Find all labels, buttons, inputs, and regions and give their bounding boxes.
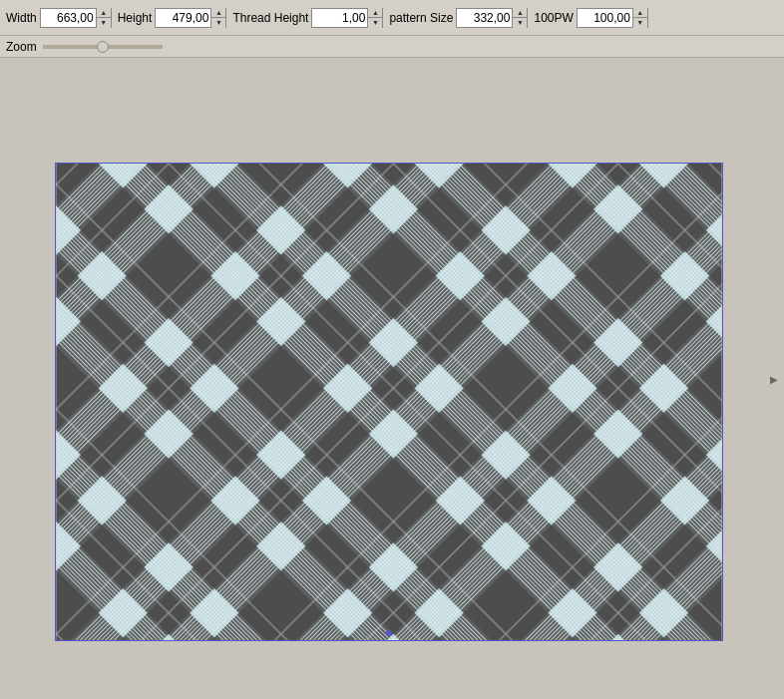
height-input[interactable] (156, 9, 210, 27)
height-down-button[interactable]: ▼ (211, 18, 225, 28)
pattern-container (55, 163, 723, 641)
toolbar: Width ▲ ▼ Height ▲ ▼ Thread Height ▲ ▼ (0, 0, 784, 36)
zoom-slider[interactable] (43, 45, 163, 49)
pattern-size-up-button[interactable]: ▲ (513, 8, 527, 18)
pattern-canvas (56, 164, 722, 640)
width-input[interactable] (41, 9, 96, 27)
width-field-group: Width ▲ ▼ (6, 8, 112, 28)
pattern-size-spinner[interactable]: ▲ ▼ (456, 8, 528, 28)
width-label: Width (6, 11, 37, 25)
height-up-button[interactable]: ▲ (211, 8, 225, 18)
width-down-button[interactable]: ▼ (97, 18, 111, 28)
pattern-size-input[interactable] (457, 9, 512, 27)
zoom-bar: Zoom (0, 36, 784, 58)
pattern-size-down-button[interactable]: ▼ (513, 18, 527, 28)
thread-height-field-group: Thread Height ▲ ▼ (232, 8, 383, 28)
width-spinner-buttons: ▲ ▼ (96, 8, 111, 28)
right-arrow-indicator: ▶ (770, 373, 778, 384)
pw-spinner-buttons: ▲ ▼ (632, 8, 647, 28)
height-spinner-buttons: ▲ ▼ (210, 8, 225, 28)
bottom-anchor-dot (386, 630, 392, 636)
height-field-group: Height ▲ ▼ (118, 8, 227, 28)
pattern-size-field-group: pattern Size ▲ ▼ (389, 8, 528, 28)
canvas-area: ▶ (0, 58, 784, 699)
pw-label: 100PW (534, 11, 573, 25)
thread-height-label: Thread Height (232, 11, 308, 25)
width-up-button[interactable]: ▲ (97, 8, 111, 18)
zoom-label: Zoom (6, 40, 37, 54)
width-spinner[interactable]: ▲ ▼ (40, 8, 112, 28)
pw-field-group: 100PW ▲ ▼ (534, 8, 647, 28)
svg-rect-51 (56, 164, 721, 640)
pattern-size-label: pattern Size (389, 11, 453, 25)
thread-height-input[interactable] (312, 9, 367, 27)
pw-input[interactable] (578, 9, 632, 27)
pattern-size-spinner-buttons: ▲ ▼ (512, 8, 527, 28)
height-label: Height (118, 11, 153, 25)
pw-up-button[interactable]: ▲ (633, 8, 647, 18)
thread-height-down-button[interactable]: ▼ (368, 18, 382, 28)
pw-spinner[interactable]: ▲ ▼ (577, 8, 648, 28)
thread-height-up-button[interactable]: ▲ (368, 8, 382, 18)
thread-height-spinner[interactable]: ▲ ▼ (311, 8, 383, 28)
height-spinner[interactable]: ▲ ▼ (155, 8, 226, 28)
thread-height-spinner-buttons: ▲ ▼ (367, 8, 382, 28)
pw-down-button[interactable]: ▼ (633, 18, 647, 28)
